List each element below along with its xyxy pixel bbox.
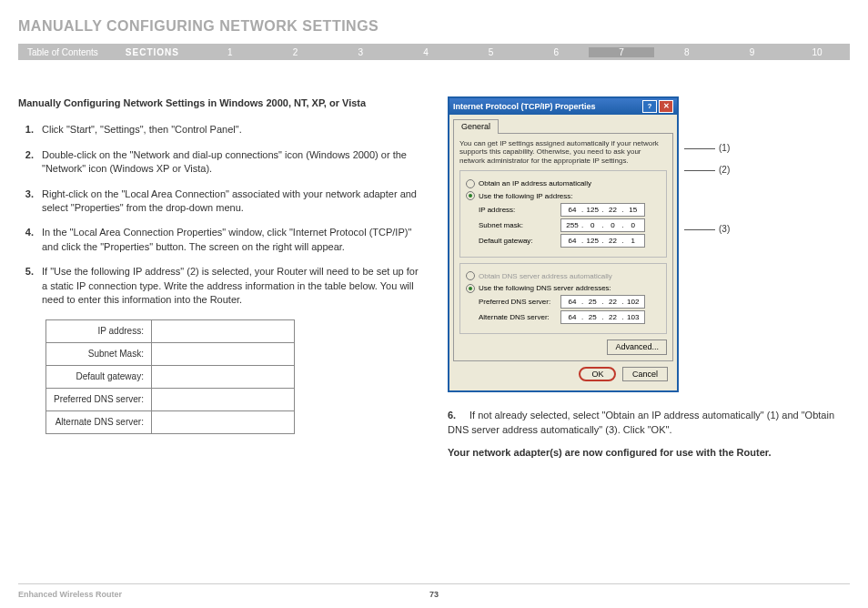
footer: Enhanced Wireless Router 73 xyxy=(18,583,850,599)
cancel-button[interactable]: Cancel xyxy=(622,367,668,382)
callout-1: (1) xyxy=(719,142,730,155)
row-ip-value xyxy=(151,320,294,343)
step-1: Click "Start", "Settings", then "Control… xyxy=(36,123,420,137)
label-auto-dns: Obtain DNS server address automatically xyxy=(479,271,612,281)
ad-label: Alternate DNS server: xyxy=(479,312,560,322)
dialog-titlebar: Internet Protocol (TCP/IP) Properties ? … xyxy=(449,98,677,115)
page-number: 73 xyxy=(429,590,439,599)
callout-3: (3) xyxy=(719,223,730,236)
advanced-button[interactable]: Advanced... xyxy=(607,339,667,355)
step-5: If "Use the following IP address" (2) is… xyxy=(36,265,420,307)
row-ad-label: Alternate DNS server: xyxy=(46,411,152,434)
tab-general[interactable]: General xyxy=(453,119,499,134)
help-icon[interactable]: ? xyxy=(642,100,657,113)
row-ad-value xyxy=(151,411,294,434)
section-7[interactable]: 7 xyxy=(589,47,654,57)
pd-label: Preferred DNS server: xyxy=(479,297,560,307)
row-gw-value xyxy=(151,366,294,389)
radio-use-ip[interactable] xyxy=(466,191,475,200)
label-use-ip: Use the following IP address: xyxy=(479,191,572,201)
pd-input[interactable]: 64.25.22.102 xyxy=(560,295,645,309)
step-2: Double-click on the "Network and dial-up… xyxy=(36,148,420,177)
gw-input[interactable]: 64.125.22.1 xyxy=(560,234,645,248)
ok-button[interactable]: OK xyxy=(579,367,616,382)
label-use-dns: Use the following DNS server addresses: xyxy=(479,283,611,293)
row-pd-label: Preferred DNS server: xyxy=(46,389,152,411)
section-4[interactable]: 4 xyxy=(393,47,459,57)
row-gw-label: Default gateway: xyxy=(46,366,152,389)
sections-label: SECTIONS xyxy=(107,47,197,57)
toc-label[interactable]: Table of Contents xyxy=(18,47,107,57)
ip-label: IP address: xyxy=(479,205,560,215)
section-3[interactable]: 3 xyxy=(328,47,393,57)
row-sm-label: Subnet Mask: xyxy=(46,343,152,366)
sub-heading: Manually Configuring Network Settings in… xyxy=(18,96,420,110)
ip-input[interactable]: 64.125.22.15 xyxy=(560,203,645,217)
section-9[interactable]: 9 xyxy=(720,47,785,57)
tcpip-dialog: Internet Protocol (TCP/IP) Properties ? … xyxy=(448,96,679,392)
address-table: IP address: Subnet Mask: Default gateway… xyxy=(45,319,295,434)
section-1[interactable]: 1 xyxy=(197,47,263,57)
sm-input[interactable]: 255.0.0.0 xyxy=(560,218,645,232)
section-5[interactable]: 5 xyxy=(459,47,524,57)
final-note: Your network adapter(s) are now configur… xyxy=(448,446,850,460)
radio-use-dns[interactable] xyxy=(466,284,475,293)
gw-label: Default gateway: xyxy=(479,236,560,246)
step-4: In the "Local Area Connection Properties… xyxy=(36,226,420,254)
row-sm-value xyxy=(151,343,294,366)
label-auto-ip: Obtain an IP address automatically xyxy=(479,178,591,188)
ad-input[interactable]: 64.25.22.103 xyxy=(560,310,645,324)
steps-list: Click "Start", "Settings", then "Control… xyxy=(18,123,420,307)
section-2[interactable]: 2 xyxy=(263,47,328,57)
row-pd-value xyxy=(151,389,294,411)
step-3: Right-click on the "Local Area Connectio… xyxy=(36,187,420,216)
callout-2: (2) xyxy=(719,164,730,177)
dialog-desc: You can get IP settings assigned automat… xyxy=(459,139,667,166)
step-6: 6.If not already selected, select "Obtai… xyxy=(448,409,850,437)
sm-label: Subnet mask: xyxy=(479,220,560,230)
dialog-title: Internet Protocol (TCP/IP) Properties xyxy=(453,101,596,113)
product-name: Enhanced Wireless Router xyxy=(18,590,122,599)
section-6[interactable]: 6 xyxy=(523,47,589,57)
sections-bar: Table of Contents SECTIONS 1 2 3 4 5 6 7… xyxy=(18,44,850,60)
close-icon[interactable]: ✕ xyxy=(659,100,673,113)
row-ip-label: IP address: xyxy=(46,320,152,343)
radio-auto-ip[interactable] xyxy=(466,179,475,188)
section-8[interactable]: 8 xyxy=(654,47,720,57)
callouts: (1) (2) (3) xyxy=(684,96,730,236)
radio-auto-dns xyxy=(466,271,475,280)
section-10[interactable]: 10 xyxy=(784,47,850,57)
page-title: MANUALLY CONFIGURING NETWORK SETTINGS xyxy=(18,18,850,35)
